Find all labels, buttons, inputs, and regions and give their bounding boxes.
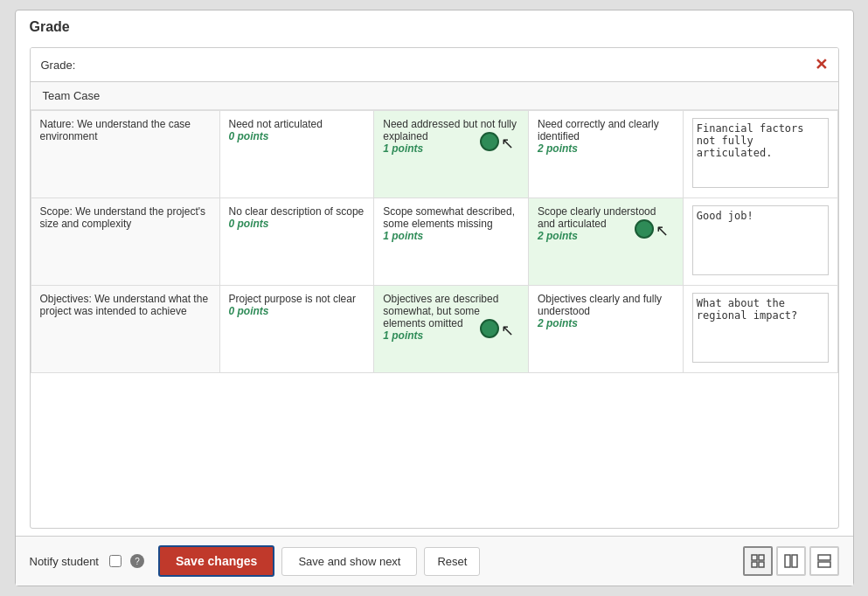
feedback-textarea-2[interactable]: What about the regional impact? (692, 293, 829, 363)
feedback-cell-2[interactable]: What about the regional impact? (683, 286, 837, 373)
view-grid-button[interactable] (743, 546, 773, 576)
cursor-indicator-2: ↖ (480, 319, 514, 338)
notify-label: Notify student (30, 555, 100, 568)
view-split-vertical-button[interactable] (776, 546, 806, 576)
help-icon[interactable]: ? (130, 554, 144, 568)
grade-label: Grade: (41, 59, 815, 72)
criterion-cell-2: Objectives: We understand what the proje… (31, 286, 219, 373)
svg-rect-0 (752, 555, 757, 560)
level-cell-2-0[interactable]: Project purpose is not clear 0 points (219, 286, 374, 373)
svg-rect-2 (752, 562, 757, 567)
team-case-label: Team Case (31, 82, 838, 110)
level-cell-0-1[interactable]: Need addressed but not fully explained 1… (374, 111, 529, 198)
rubric-table: Nature: We understand the case environme… (31, 110, 838, 373)
criterion-cell-1: Scope: We understand the project's size … (31, 198, 219, 286)
level-cell-0-2[interactable]: Need correctly and clearly identified 2 … (528, 111, 683, 198)
save-changes-button[interactable]: Save changes (158, 545, 274, 577)
svg-rect-1 (759, 555, 764, 560)
cursor-indicator-0: ↖ (480, 132, 514, 151)
feedback-cell-0[interactable]: Financial factors not fully articulated. (683, 111, 837, 198)
svg-rect-3 (759, 562, 764, 567)
feedback-textarea-0[interactable]: Financial factors not fully articulated. (692, 118, 829, 188)
level-cell-0-0[interactable]: Need not articulated 0 points (219, 111, 374, 198)
level-cell-2-2[interactable]: Objectives clearly and fully understood … (528, 286, 683, 373)
grade-window: Grade Grade: ✕ Team Case Nature: We unde… (15, 10, 854, 586)
svg-rect-7 (818, 562, 830, 567)
notify-checkbox[interactable] (109, 555, 122, 567)
level-cell-1-1[interactable]: Scope somewhat described, some elements … (374, 198, 529, 286)
rubric-row: Nature: We understand the case environme… (31, 111, 837, 198)
level-cell-2-1[interactable]: Objectives are described somewhat, but s… (374, 286, 529, 373)
view-buttons (743, 546, 839, 576)
rubric-row: Scope: We understand the project's size … (31, 198, 837, 286)
window-title: Grade (16, 10, 853, 40)
grade-body: Team Case Nature: We understand the case… (31, 82, 838, 528)
footer: Notify student ? Save changes Save and s… (16, 536, 853, 586)
feedback-cell-1[interactable]: Good job! (683, 198, 837, 286)
level-cell-1-2[interactable]: Scope clearly understood and articulated… (528, 198, 683, 286)
level-cell-1-0[interactable]: No clear description of scope 0 points (219, 198, 374, 286)
svg-rect-4 (785, 555, 790, 567)
criterion-cell: Nature: We understand the case environme… (31, 111, 219, 198)
cursor-indicator-1: ↖ (635, 219, 669, 239)
save-next-button[interactable]: Save and show next (281, 547, 417, 576)
rubric-row: Objectives: We understand what the proje… (31, 286, 837, 373)
svg-rect-5 (792, 555, 797, 567)
close-icon[interactable]: ✕ (815, 55, 828, 74)
feedback-textarea-1[interactable]: Good job! (692, 205, 829, 275)
svg-rect-6 (818, 555, 830, 560)
view-split-horizontal-button[interactable] (809, 546, 839, 576)
grade-header: Grade: ✕ (31, 48, 838, 82)
reset-button[interactable]: Reset (424, 547, 480, 576)
grade-panel: Grade: ✕ Team Case Nature: We understand… (30, 47, 839, 529)
